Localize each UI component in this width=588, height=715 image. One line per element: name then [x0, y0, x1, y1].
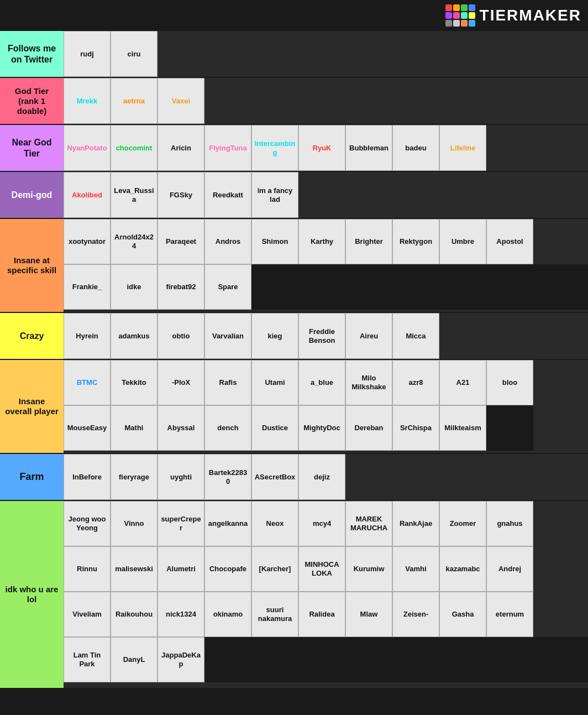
list-item[interactable]: Lam Tin Park — [64, 637, 111, 682]
list-item[interactable]: Rinnu — [64, 546, 111, 592]
list-item[interactable]: Karthy — [298, 219, 345, 264]
list-item[interactable]: InBefore — [64, 454, 111, 500]
list-item[interactable]: Vamhi — [392, 546, 439, 592]
list-item[interactable]: Ralidea — [298, 592, 345, 637]
list-item[interactable]: Paraqeet — [158, 219, 204, 264]
list-item[interactable]: angelkanna — [204, 501, 251, 546]
list-item[interactable]: Zoomer — [439, 501, 486, 546]
list-item[interactable]: Abyssal — [158, 405, 204, 451]
list-item[interactable]: dench — [204, 405, 251, 451]
list-item[interactable]: Umbre — [439, 219, 486, 264]
list-item[interactable]: FlyingTuna — [204, 125, 251, 171]
list-item[interactable]: MAREK MARUCHA — [345, 501, 392, 546]
list-item[interactable]: badeu — [392, 125, 439, 171]
list-item[interactable]: eternum — [486, 592, 533, 637]
list-item[interactable]: Mlaw — [345, 592, 392, 637]
list-item[interactable]: gnahus — [486, 501, 533, 546]
list-item[interactable]: Neox — [251, 501, 298, 546]
list-item[interactable]: Lifeline — [439, 125, 486, 171]
list-item[interactable]: kazamabc — [439, 546, 486, 592]
list-item[interactable]: Micca — [392, 313, 439, 359]
list-item[interactable]: okinamo — [204, 592, 251, 637]
list-item[interactable]: RyuK — [298, 125, 345, 171]
list-item[interactable]: Frankie_ — [64, 264, 111, 310]
list-item[interactable]: Raikouhou — [111, 592, 158, 637]
list-item[interactable]: Arnold24x24 — [111, 219, 158, 264]
list-item[interactable]: Rektygon — [392, 219, 439, 264]
list-item[interactable]: ASecretBox — [251, 454, 298, 500]
list-item[interactable]: Kurumiw — [345, 546, 392, 592]
list-item[interactable]: nick1324 — [158, 592, 204, 637]
list-item[interactable]: Intercambing — [251, 125, 298, 171]
list-item[interactable]: Rafis — [204, 360, 251, 405]
list-item[interactable]: mcy4 — [298, 501, 345, 546]
list-item[interactable]: Mrekk — [64, 78, 111, 124]
list-item[interactable]: im a fancy lad — [251, 172, 298, 218]
list-item[interactable]: NyanPotato — [64, 125, 111, 171]
list-item[interactable]: JappaDeKap — [158, 637, 204, 682]
list-item[interactable]: a_blue — [298, 360, 345, 405]
list-item[interactable]: Milkteaism — [439, 405, 486, 451]
list-item[interactable]: DanyL — [111, 637, 158, 682]
list-item[interactable]: Aricin — [158, 125, 204, 171]
list-item[interactable]: Utami — [251, 360, 298, 405]
list-item[interactable]: superCreper — [158, 501, 204, 546]
list-item[interactable]: Gasha — [439, 592, 486, 637]
list-item[interactable]: Varvalian — [204, 313, 251, 359]
list-item[interactable]: Apostol — [486, 219, 533, 264]
list-item[interactable]: SrChispa — [392, 405, 439, 451]
list-item[interactable]: firebat92 — [158, 264, 204, 310]
list-item[interactable]: rudj — [64, 31, 111, 77]
list-item[interactable]: chocomint — [111, 125, 158, 171]
list-item[interactable]: BTMC — [64, 360, 111, 405]
tier-row-crazy: Crazy Hyrein adamkus obtio Varvalian kie… — [0, 313, 588, 360]
list-item[interactable]: idke — [111, 264, 158, 310]
list-item[interactable]: malisewski — [111, 546, 158, 592]
list-item[interactable]: dejiz — [298, 454, 345, 500]
list-item[interactable]: Andros — [204, 219, 251, 264]
list-item[interactable]: fieryrage — [111, 454, 158, 500]
list-item[interactable]: adamkus — [111, 313, 158, 359]
list-item[interactable]: MouseEasy — [64, 405, 111, 451]
list-item[interactable]: Tekkito — [111, 360, 158, 405]
list-item[interactable]: Akolibed — [64, 172, 111, 218]
list-item[interactable]: xootynator — [64, 219, 111, 264]
list-item[interactable]: Shimon — [251, 219, 298, 264]
list-item[interactable]: obtio — [158, 313, 204, 359]
list-item[interactable]: MightyDoc — [298, 405, 345, 451]
list-item[interactable]: RankAjae — [392, 501, 439, 546]
list-item[interactable]: [Karcher] — [251, 546, 298, 592]
list-item[interactable]: Bubbleman — [345, 125, 392, 171]
list-item[interactable]: A21 — [439, 360, 486, 405]
list-item[interactable]: Mathi — [111, 405, 158, 451]
list-item[interactable]: Zeisen- — [392, 592, 439, 637]
list-item[interactable]: aetrna — [111, 78, 158, 124]
list-item[interactable]: Vaxei — [158, 78, 204, 124]
list-item[interactable]: suuri nakamura — [251, 592, 298, 637]
list-item[interactable]: FGSky — [158, 172, 204, 218]
list-item[interactable]: Aireu — [345, 313, 392, 359]
list-item[interactable]: azr8 — [392, 360, 439, 405]
list-item[interactable]: Vinno — [111, 501, 158, 546]
list-item[interactable]: bloo — [486, 360, 533, 405]
list-item[interactable]: Andrej — [486, 546, 533, 592]
list-item[interactable]: kieg — [251, 313, 298, 359]
list-item[interactable]: Reedkatt — [204, 172, 251, 218]
list-item[interactable]: ciru — [111, 31, 158, 77]
list-item[interactable]: Dustice — [251, 405, 298, 451]
list-item[interactable]: Dereban — [345, 405, 392, 451]
list-item[interactable]: -PloX — [158, 360, 204, 405]
list-item[interactable]: uyghti — [158, 454, 204, 500]
list-item[interactable]: Chocopafe — [204, 546, 251, 592]
list-item[interactable]: MINHOCA LOKA — [298, 546, 345, 592]
list-item[interactable]: Freddie Benson — [298, 313, 345, 359]
list-item[interactable]: Hyrein — [64, 313, 111, 359]
list-item[interactable]: Leva_Russia — [111, 172, 158, 218]
list-item[interactable]: Alumetri — [158, 546, 204, 592]
list-item[interactable]: Jeong woo Yeong — [64, 501, 111, 546]
list-item[interactable]: Brighter — [345, 219, 392, 264]
list-item[interactable]: Bartek22830 — [204, 454, 251, 500]
list-item[interactable]: Spare — [204, 264, 251, 310]
list-item[interactable]: Milo Milkshake — [345, 360, 392, 405]
list-item[interactable]: Viveliam — [64, 592, 111, 637]
